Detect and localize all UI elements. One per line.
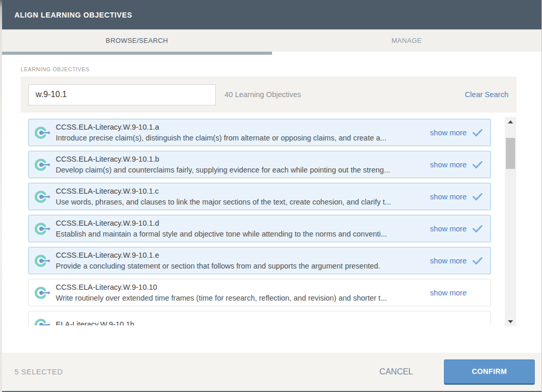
learning-objective-target-icon	[34, 189, 52, 205]
objective-description: Provide a concluding statement or sectio…	[56, 262, 380, 270]
learning-objective-target-icon	[34, 253, 52, 269]
selected-check-icon	[471, 256, 484, 265]
search-panel: 40 Learning Objectives Clear Search	[21, 76, 517, 113]
tab-manage[interactable]: MANAGE	[272, 29, 542, 52]
active-tab-indicator	[2, 52, 272, 55]
objective-description: Write routinely over extended time frame…	[56, 294, 387, 302]
show-more-link[interactable]: show more	[430, 161, 467, 169]
objective-row[interactable]: CCSS.ELA-Literacy.W.9-10.1.c Use words, …	[28, 183, 491, 210]
selected-check-icon	[471, 128, 484, 137]
result-count: 40 Learning Objectives	[225, 90, 465, 99]
objective-description: Establish and maintain a formal style an…	[56, 230, 387, 238]
dialog-header: ALIGN LEARNING OBJECTIVES	[2, 0, 541, 29]
objective-row[interactable]: CCSS.ELA-Literacy.W.9-10.10 Write routin…	[28, 279, 491, 306]
objective-description: Introduce precise claim(s), distinguish …	[56, 134, 387, 142]
confirm-button[interactable]: CONFIRM	[444, 359, 535, 385]
learning-objective-target-icon	[34, 317, 52, 326]
selected-count: 5 SELECTED	[14, 368, 376, 376]
show-more-link[interactable]: show more	[430, 193, 467, 201]
objective-row[interactable]: CCSS.ELA-Literacy.W.9-10.1.e Provide a c…	[28, 247, 491, 274]
scrollbar-thumb[interactable]	[506, 138, 515, 169]
tab-browse-search[interactable]: BROWSE/SEARCH	[2, 29, 272, 52]
selected-check-icon	[471, 224, 484, 233]
learning-objectives-section-label: LEARNING OBJECTIVES	[21, 66, 89, 72]
scroll-up-arrow-icon[interactable]	[505, 117, 516, 127]
objective-code: CCSS.ELA-Literacy.W.9-10.1.d	[56, 219, 159, 227]
objectives-list: CCSS.ELA-Literacy.W.9-10.1.a Introduce p…	[28, 119, 491, 325]
scroll-down-arrow-icon[interactable]	[505, 317, 516, 326]
selected-check-icon	[471, 160, 484, 169]
objective-code: CCSS.ELA-Literacy.W.9-10.1.a	[56, 123, 159, 131]
objective-code: ELA-Literacy.W.9-10.1b	[56, 320, 134, 325]
objective-row[interactable]: CCSS.ELA-Literacy.W.9-10.1.b Develop cla…	[28, 151, 491, 178]
tab-manage-label: MANAGE	[391, 37, 422, 44]
learning-objective-target-icon	[34, 125, 52, 140]
learning-objective-target-icon	[34, 221, 52, 237]
show-more-link[interactable]: show more	[430, 129, 467, 137]
show-more-link[interactable]: show more	[430, 289, 467, 297]
search-input[interactable]	[28, 84, 216, 105]
learning-objective-target-icon	[34, 157, 52, 173]
objective-code: CCSS.ELA-Literacy.W.9-10.10	[56, 283, 157, 291]
align-learning-objectives-dialog: ALIGN LEARNING OBJECTIVES BROWSE/SEARCH …	[2, 0, 542, 392]
objective-description: Use words, phrases, and clauses to link …	[56, 198, 391, 206]
objective-code: CCSS.ELA-Literacy.W.9-10.1.b	[56, 155, 159, 163]
show-more-link[interactable]: show more	[430, 225, 467, 233]
objective-row[interactable]: CCSS.ELA-Literacy.W.9-10.1.d Establish a…	[28, 215, 491, 242]
show-more-link[interactable]: show more	[430, 257, 467, 265]
learning-objective-target-icon	[34, 285, 52, 301]
selected-check-icon	[471, 192, 484, 201]
cancel-button[interactable]: CANCEL	[376, 367, 416, 377]
dialog-title: ALIGN LEARNING OBJECTIVES	[14, 11, 132, 19]
objective-row[interactable]: CCSS.ELA-Literacy.W.9-10.1.a Introduce p…	[28, 119, 491, 146]
tab-bar: BROWSE/SEARCH MANAGE	[2, 29, 541, 52]
dialog-footer: 5 SELECTED CANCEL CONFIRM	[2, 353, 541, 392]
list-scrollbar[interactable]	[505, 117, 516, 326]
objective-description: Develop claim(s) and counterclaims fairl…	[56, 166, 390, 174]
objective-row[interactable]: ELA-Literacy.W.9-10.1b	[28, 311, 491, 325]
objective-code: CCSS.ELA-Literacy.W.9-10.1.c	[56, 187, 159, 195]
clear-search-link[interactable]: Clear Search	[465, 90, 508, 99]
objective-code: CCSS.ELA-Literacy.W.9-10.1.e	[56, 251, 159, 259]
tab-browse-search-label: BROWSE/SEARCH	[106, 37, 168, 44]
